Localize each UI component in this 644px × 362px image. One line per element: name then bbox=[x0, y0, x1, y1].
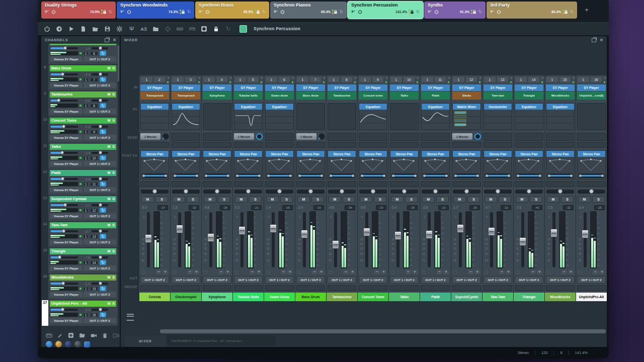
save-icon[interactable] bbox=[104, 25, 111, 33]
pan-knob[interactable] bbox=[99, 177, 102, 180]
pan-slider[interactable] bbox=[92, 47, 108, 49]
plugin-slot-button[interactable]: SY Player bbox=[515, 84, 543, 91]
meter-minus-button[interactable]: − bbox=[593, 269, 598, 275]
group-slot[interactable] bbox=[140, 285, 169, 291]
peak-value-box[interactable]: -34 bbox=[345, 205, 355, 210]
group-slot[interactable] bbox=[359, 285, 387, 291]
midi-port-box[interactable]: 1 bbox=[83, 104, 89, 108]
volume-slider[interactable] bbox=[50, 283, 78, 285]
solo-button[interactable]: S bbox=[187, 196, 199, 203]
sync-icon[interactable]: ↻ bbox=[109, 10, 112, 14]
preset-name-box[interactable]: Snare drum bbox=[265, 92, 294, 100]
pan-width-bar[interactable] bbox=[142, 173, 168, 178]
send-slot[interactable] bbox=[546, 133, 575, 141]
fader[interactable] bbox=[363, 211, 370, 268]
midi-channel-box[interactable]: 8 bbox=[90, 104, 98, 108]
stereo-pan-insert[interactable]: Stereo Pan bbox=[296, 150, 325, 179]
peak-value-box[interactable]: -21 bbox=[438, 205, 449, 210]
solo-button[interactable]: S bbox=[249, 196, 262, 203]
peak-value-box[interactable]: -32 bbox=[563, 205, 574, 210]
midi-icon[interactable] bbox=[176, 25, 184, 33]
stereo-pan-insert[interactable]: Stereo Pan bbox=[390, 150, 419, 179]
plugin-button[interactable]: Vienna SY Player bbox=[50, 82, 83, 88]
midi-port-box[interactable]: 1 bbox=[83, 77, 89, 82]
strip-instrument-label[interactable]: Tambourine bbox=[327, 293, 357, 301]
mute-button[interactable]: M bbox=[107, 66, 110, 70]
plugin-button[interactable]: Vienna SY Player bbox=[50, 239, 83, 245]
fx-slot[interactable] bbox=[577, 103, 606, 130]
input-channel-button[interactable]: 13 bbox=[497, 76, 509, 83]
volume-knob[interactable] bbox=[63, 203, 67, 207]
solo-button[interactable]: S bbox=[374, 196, 386, 203]
pan-knob[interactable] bbox=[99, 72, 102, 76]
float-window-icon[interactable] bbox=[592, 38, 596, 42]
pan-slider[interactable] bbox=[92, 73, 108, 75]
fader-handle[interactable] bbox=[145, 234, 152, 243]
send-master-button[interactable]: 1 Master bbox=[296, 133, 316, 140]
solo-button[interactable]: S bbox=[112, 145, 115, 148]
solo-button[interactable]: S bbox=[112, 276, 115, 279]
plugin-slot-button[interactable]: SY Player bbox=[265, 84, 294, 91]
volume-slider[interactable] bbox=[50, 204, 78, 206]
input-port-button[interactable]: 1 bbox=[452, 76, 465, 83]
channel-power-button[interactable]: ↻ bbox=[100, 103, 106, 108]
postfx-slot-2[interactable] bbox=[296, 181, 325, 187]
send-slot[interactable] bbox=[328, 133, 356, 141]
input-port-button[interactable]: 1 bbox=[359, 76, 371, 83]
pan-width-bar[interactable] bbox=[329, 173, 355, 178]
pan-width-bar[interactable] bbox=[423, 173, 448, 178]
link-box[interactable] bbox=[516, 270, 519, 274]
send-slot-2[interactable] bbox=[484, 142, 512, 148]
fx-slot[interactable] bbox=[296, 103, 325, 130]
send-slot-2[interactable] bbox=[390, 142, 419, 148]
format-logo-square[interactable] bbox=[84, 341, 90, 347]
input-port-button[interactable]: 1 bbox=[515, 76, 527, 83]
postfx-slot-2[interactable] bbox=[265, 181, 294, 187]
collapse-chevron-icon[interactable]: ‹ bbox=[292, 76, 294, 80]
link-box[interactable] bbox=[578, 270, 582, 274]
fx-slot[interactable] bbox=[203, 103, 231, 130]
link-box[interactable] bbox=[235, 270, 238, 274]
pan-knob[interactable] bbox=[99, 151, 102, 154]
solo-button[interactable]: S bbox=[218, 196, 230, 203]
pan-slider[interactable] bbox=[92, 230, 108, 232]
meter-plus-button[interactable]: + bbox=[568, 269, 574, 275]
fader[interactable] bbox=[457, 211, 464, 268]
channel-list-item[interactable]: 14Tam-TamMS-0.7113↻Vienna SY PlayerOUT 1… bbox=[42, 222, 118, 247]
solo-button[interactable]: S bbox=[112, 93, 115, 96]
peak-value-box[interactable]: -41 bbox=[532, 205, 542, 210]
fader-handle[interactable] bbox=[363, 228, 370, 236]
mute-button[interactable]: M bbox=[516, 196, 528, 203]
instance-tab[interactable]: Synths91.3%↻ bbox=[424, 2, 486, 19]
mute-button[interactable]: M bbox=[107, 145, 110, 148]
channel-power-button[interactable]: ↻ bbox=[100, 77, 106, 82]
meter-plus-button[interactable]: + bbox=[506, 269, 511, 275]
meter-plus-button[interactable]: + bbox=[287, 269, 293, 275]
plugin-button[interactable]: Vienna SY Player bbox=[50, 265, 83, 271]
fader[interactable] bbox=[550, 211, 557, 268]
strip-pan-slider[interactable] bbox=[453, 190, 480, 194]
fader-handle[interactable] bbox=[426, 230, 433, 239]
peak-value-box[interactable]: -23 bbox=[376, 205, 386, 210]
mute-button[interactable]: M bbox=[204, 196, 216, 203]
strip-pan-knob[interactable] bbox=[340, 189, 344, 194]
mute-button[interactable]: M bbox=[329, 196, 341, 203]
strip-instrument-label[interactable]: Tubular Bells bbox=[233, 293, 264, 301]
meter-minus-button[interactable]: − bbox=[250, 269, 255, 275]
output-routing-button[interactable]: OUT 1 / OUT 2 bbox=[84, 135, 116, 140]
fx-slot[interactable]: Matrix Mixer bbox=[452, 103, 481, 130]
midi-port-box[interactable]: 1 bbox=[83, 156, 89, 160]
mute-button[interactable]: M bbox=[391, 196, 404, 203]
meter-minus-button[interactable]: − bbox=[343, 269, 349, 275]
channel-power-button[interactable]: ↻ bbox=[100, 51, 106, 56]
meter-plus-button[interactable]: + bbox=[194, 269, 199, 275]
mute-button[interactable]: M bbox=[297, 196, 310, 203]
link-box[interactable] bbox=[297, 270, 301, 274]
send-master-button[interactable]: 1 Master bbox=[452, 133, 472, 140]
mute-button[interactable]: M bbox=[422, 196, 435, 203]
instance-tab[interactable]: 3rd Party80.4%↻ bbox=[487, 2, 577, 19]
link-box[interactable] bbox=[173, 270, 176, 274]
plugin-slot-button[interactable]: SY Player bbox=[328, 84, 356, 91]
eject-icon[interactable] bbox=[55, 25, 63, 33]
collapse-chevron-icon[interactable]: ‹ bbox=[448, 76, 450, 80]
